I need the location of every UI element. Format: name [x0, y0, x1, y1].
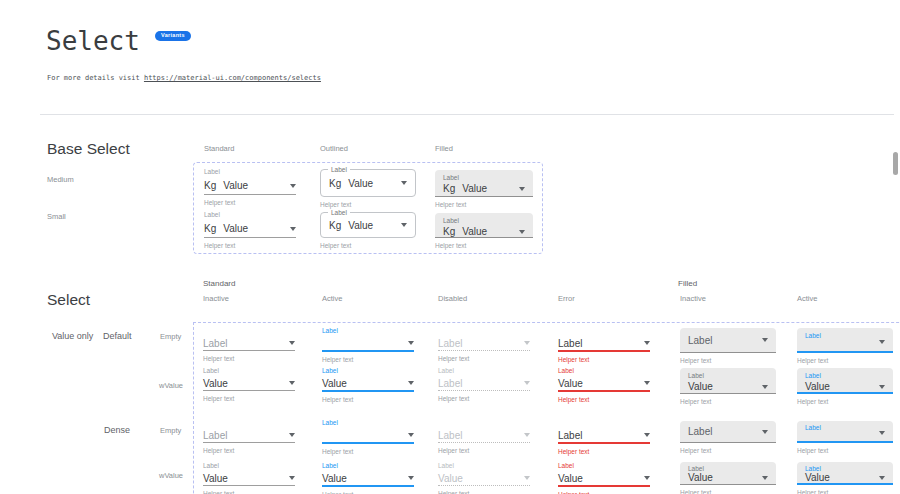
value-adornment: Kg [204, 180, 216, 191]
select-control[interactable]: Label [203, 428, 295, 443]
helper-text: Helper text [797, 398, 893, 405]
select-control[interactable]: Label KgValue [435, 213, 533, 238]
select-control[interactable] [322, 336, 414, 352]
select-control: Label [438, 428, 530, 443]
field-standard-error-empty: Label Helper text [558, 326, 650, 363]
helper-text: Helper text [435, 201, 533, 208]
select-control[interactable]: Label Value [680, 462, 776, 485]
field-filled-active-dense-empty: Label Helper text [797, 421, 893, 454]
select-control[interactable]: Value [558, 471, 650, 487]
field-outlined-small: Label KgValue Helper text [320, 212, 416, 249]
select-value: Value [322, 473, 347, 484]
dropdown-arrow-icon [290, 184, 296, 188]
select-control[interactable]: Label [680, 421, 776, 443]
value-adornment: Kg [329, 220, 341, 231]
select-value: Label [688, 426, 712, 437]
value-text: Value [462, 226, 487, 237]
field-label: Label [805, 462, 885, 472]
field-filled-small: Label KgValue Helper text [435, 213, 533, 249]
select-control[interactable]: Label KgValue [320, 212, 416, 238]
group-header-standard: Standard [203, 279, 235, 288]
divider [40, 114, 894, 115]
field-label: Label [204, 167, 296, 177]
select-control[interactable]: Value [203, 471, 295, 486]
select-value: Label [203, 338, 227, 349]
dropdown-arrow-icon [524, 341, 530, 345]
value-text: Value [223, 180, 248, 191]
helper-text: Helper text [203, 490, 295, 494]
select-control[interactable]: Value [322, 376, 414, 392]
dropdown-arrow-icon [519, 187, 525, 191]
select-control: Label [438, 376, 530, 391]
dropdown-arrow-icon [289, 341, 295, 345]
docs-link[interactable]: https://material-ui.com/components/selec… [144, 74, 321, 82]
field-label: Label [443, 170, 525, 182]
dropdown-arrow-icon [644, 381, 650, 385]
select-value: KgValue [329, 178, 373, 189]
select-control[interactable]: Value [322, 471, 414, 487]
scrollbar-thumb[interactable] [893, 152, 898, 175]
value-row: Value [688, 472, 768, 483]
helper-text: Helper text [438, 490, 530, 494]
field-filled-active-empty: Label Helper text [797, 328, 893, 364]
select-control[interactable]: Label KgValue [435, 170, 533, 197]
field-label: Label [558, 461, 650, 471]
column-header-disabled: Disabled [438, 294, 467, 303]
field-standard-medium: Label KgValue Helper text [204, 167, 296, 206]
field-filled-active-dense-wvalue: Label Value Helper text [797, 462, 893, 494]
helper-text: Helper text [438, 447, 530, 454]
dropdown-arrow-icon [401, 223, 407, 227]
select-control[interactable]: Label [558, 428, 650, 444]
column-header-outlined: Outlined [320, 144, 348, 153]
label-spacer [203, 326, 295, 336]
row-label-small: Small [47, 212, 66, 221]
dropdown-arrow-icon [879, 385, 885, 389]
dropdown-arrow-icon [762, 430, 768, 434]
field-filled-inactive-wvalue: Label Value Helper text [680, 368, 776, 405]
select-control[interactable]: Label [797, 421, 893, 443]
select-value: KgValue [204, 223, 248, 234]
subtitle: For more details visit https://material-… [47, 74, 321, 82]
field-standard-error-dense-empty: Label Helper text [558, 418, 650, 455]
dropdown-arrow-icon [408, 381, 414, 385]
select-control[interactable]: Label Value [797, 462, 893, 485]
select-control[interactable]: Value [203, 376, 295, 391]
row-label-dense-wvalue: wValue [159, 471, 183, 480]
field-label: Label [322, 326, 414, 336]
field-standard-active-wvalue: Label Value Helper text [322, 366, 414, 403]
helper-text: Helper text [204, 242, 296, 249]
helper-text: Helper text [203, 447, 295, 454]
select-control[interactable]: Label Value [680, 368, 776, 394]
value-adornment: Kg [204, 223, 216, 234]
value-text: Value [348, 220, 373, 231]
value-adornment: Kg [443, 183, 455, 194]
dropdown-arrow-icon [289, 381, 295, 385]
helper-text: Helper text [680, 447, 776, 454]
select-control[interactable]: KgValue [204, 177, 296, 195]
row-label-medium: Medium [47, 175, 74, 184]
field-standard-disabled-dense-empty: Label Helper text [438, 418, 530, 454]
select-control[interactable]: Label [797, 328, 893, 353]
field-label: Label [322, 461, 414, 471]
select-value: Value [438, 473, 463, 484]
select-control[interactable] [322, 428, 414, 444]
field-label: Label [688, 368, 768, 380]
select-control[interactable]: Label [680, 328, 776, 353]
dropdown-arrow-icon [762, 476, 768, 480]
select-value: KgValue [329, 220, 373, 231]
field-standard-small: Label KgValue Helper text [204, 210, 296, 249]
select-control[interactable]: Label [203, 336, 295, 351]
select-control[interactable]: Value [558, 376, 650, 392]
variant-label-dense: Dense [104, 425, 130, 435]
select-value: Value [203, 378, 228, 389]
select-control[interactable]: KgValue [204, 220, 296, 238]
dropdown-arrow-icon [519, 230, 525, 234]
value-text: Value [223, 223, 248, 234]
helper-text: Helper text [322, 396, 414, 403]
field-filled-inactive-dense-wvalue: Label Value Helper text [680, 462, 776, 494]
helper-text: Helper text [320, 242, 416, 249]
select-control[interactable]: Label Value [797, 368, 893, 394]
field-label: Label [438, 366, 530, 376]
select-control[interactable]: Label KgValue [320, 169, 416, 197]
select-control[interactable]: Label [558, 336, 650, 352]
